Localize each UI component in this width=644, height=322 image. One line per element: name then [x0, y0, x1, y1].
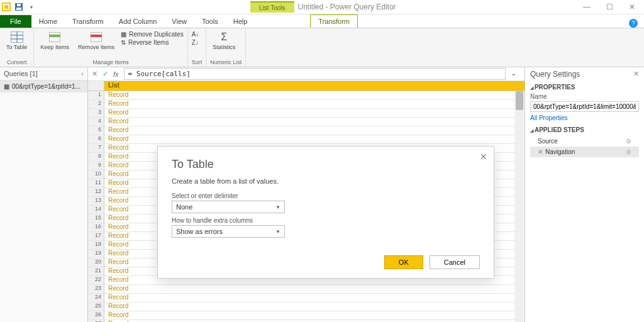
query-name-input[interactable] — [530, 101, 639, 112]
ribbon-group-manage: Keep Items Remove Items ▦ Remove Duplica… — [34, 28, 187, 67]
minimize-button[interactable]: — — [582, 3, 591, 11]
row-number: 24 — [88, 294, 104, 303]
tab-view[interactable]: View — [164, 15, 194, 28]
table-row[interactable]: 26Record — [88, 311, 525, 320]
row-number: 19 — [88, 250, 104, 258]
keep-items-button[interactable]: Keep Items — [38, 30, 72, 52]
tab-file[interactable]: File — [0, 15, 31, 28]
reverse-items-button[interactable]: ⇅ Reverse Items — [121, 39, 184, 46]
row-number: 18 — [88, 241, 104, 250]
table-row[interactable]: 6Record — [88, 135, 525, 144]
quick-access-toolbar: ▾ — [0, 2, 36, 12]
applied-step[interactable]: Source⚙ — [530, 136, 639, 147]
tab-home[interactable]: Home — [31, 15, 65, 28]
delimiter-combo[interactable]: None ▼ — [172, 201, 285, 213]
cell-value[interactable]: Record — [104, 91, 525, 100]
row-number: 15 — [88, 214, 104, 223]
expand-formula-icon[interactable]: ⌄ — [511, 69, 521, 79]
table-row[interactable]: 2Record — [88, 100, 525, 109]
accept-formula-icon[interactable]: ✓ — [103, 70, 108, 78]
vertical-scrollbar[interactable] — [514, 91, 525, 322]
group-label-convert: Convert — [4, 59, 30, 67]
step-name: Source — [538, 138, 558, 145]
cell-value[interactable]: Record — [104, 100, 525, 109]
cancel-formula-icon[interactable]: ✕ — [92, 70, 97, 78]
applied-steps-header[interactable]: APPLIED STEPS — [530, 126, 639, 133]
help-icon[interactable]: ? — [629, 19, 638, 28]
maximize-button[interactable]: ☐ — [605, 3, 614, 11]
cell-value[interactable]: Record — [104, 118, 525, 126]
row-number: 6 — [88, 135, 104, 144]
row-number: 12 — [88, 188, 104, 197]
chevron-down-icon: ▼ — [275, 204, 280, 210]
close-button[interactable]: ✕ — [628, 3, 636, 11]
sort-desc-icon: Z↓ — [192, 39, 199, 46]
query-item[interactable]: ▦ 00&rptType=1&rptId=1... — [0, 80, 87, 92]
applied-step[interactable]: ✕Navigation⚙ — [530, 147, 639, 157]
fx-icon: fx — [113, 70, 119, 78]
remove-duplicates-label: Remove Duplicates — [129, 31, 184, 38]
ribbon-group-sort: A↓ Z↓ Sort — [188, 28, 207, 67]
table-row[interactable]: 1Record — [88, 91, 525, 100]
save-icon[interactable] — [14, 2, 24, 12]
dialog-close-icon[interactable]: ✕ — [480, 152, 487, 162]
queries-pane-header: Queries [1] ‹ — [0, 67, 87, 80]
sort-asc-button[interactable]: A↓ — [192, 31, 199, 38]
cell-value[interactable]: Record — [104, 285, 525, 294]
query-item-label: 00&rptType=1&rptId=1... — [12, 83, 80, 90]
delete-step-icon[interactable]: ✕ — [538, 148, 543, 155]
scrollbar-thumb[interactable] — [516, 91, 523, 110]
qat-dropdown-icon[interactable]: ▾ — [26, 2, 36, 12]
properties-section-header[interactable]: PROPERTIES — [530, 84, 639, 91]
row-number: 8 — [88, 153, 104, 162]
queries-pane-title: Queries [1] — [4, 70, 38, 77]
cell-value[interactable]: Record — [104, 294, 525, 303]
table-row[interactable]: 23Record — [88, 285, 525, 294]
gear-icon[interactable]: ⚙ — [626, 138, 631, 145]
tab-add-column[interactable]: Add Column — [111, 15, 165, 28]
all-properties-link[interactable]: All Properties — [530, 114, 639, 121]
row-number: 1 — [88, 91, 104, 100]
table-small-icon: ▦ — [4, 83, 9, 90]
cell-value[interactable]: Record — [104, 303, 525, 311]
group-label-numeric: Numeric List — [210, 59, 242, 67]
remove-items-button[interactable]: Remove Items — [75, 30, 117, 52]
keep-items-label: Keep Items — [40, 45, 69, 51]
collapse-pane-icon[interactable]: ‹ — [81, 70, 84, 77]
query-settings-pane: ✕ Query Settings PROPERTIES Name All Pro… — [525, 67, 644, 322]
title-bar: ▾ List Tools Untitled - Power Query Edit… — [0, 0, 644, 14]
formula-input[interactable]: = Source[calls] — [124, 68, 506, 80]
tab-tools[interactable]: Tools — [194, 15, 226, 28]
cell-value[interactable]: Record — [104, 126, 525, 135]
remove-items-icon — [90, 31, 103, 43]
tab-context-transform[interactable]: Transform — [310, 14, 358, 28]
svg-rect-5 — [17, 4, 21, 6]
tab-help[interactable]: Help — [226, 15, 255, 28]
ok-button[interactable]: OK — [384, 255, 423, 269]
gear-icon[interactable]: ⚙ — [626, 148, 631, 155]
table-row[interactable]: 25Record — [88, 303, 525, 311]
svg-rect-4 — [16, 8, 21, 10]
svg-rect-11 — [49, 35, 60, 37]
to-table-button[interactable]: To Table — [4, 30, 30, 52]
svg-rect-2 — [4, 5, 8, 9]
close-settings-icon[interactable]: ✕ — [633, 70, 639, 78]
remove-items-label: Remove Items — [78, 45, 114, 51]
table-row[interactable]: 4Record — [88, 118, 525, 126]
cell-value[interactable]: Record — [104, 109, 525, 118]
extra-columns-combo[interactable]: Show as errors ▼ — [172, 225, 285, 238]
column-header-list[interactable]: List — [104, 81, 525, 91]
table-row[interactable]: 3Record — [88, 109, 525, 118]
cell-value[interactable]: Record — [104, 311, 525, 320]
statistics-button[interactable]: Σ Statistics — [210, 30, 238, 52]
cancel-button[interactable]: Cancel — [430, 255, 480, 269]
table-row[interactable]: 24Record — [88, 294, 525, 303]
tab-transform[interactable]: Transform — [65, 15, 111, 28]
extra-columns-label: How to handle extra columns — [172, 217, 480, 224]
table-row[interactable]: 5Record — [88, 126, 525, 135]
svg-rect-13 — [91, 35, 102, 37]
remove-duplicates-button[interactable]: ▦ Remove Duplicates — [121, 31, 184, 38]
contextual-tab-label: List Tools — [250, 1, 294, 13]
sort-desc-button[interactable]: Z↓ — [192, 39, 199, 46]
cell-value[interactable]: Record — [104, 135, 525, 144]
